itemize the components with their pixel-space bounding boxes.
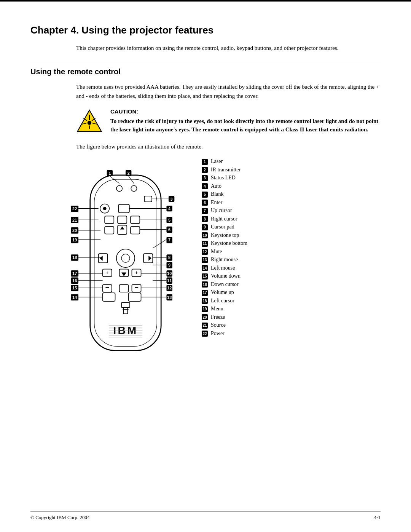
svg-text:3: 3 — [170, 197, 173, 201]
legend-item: 20Freeze — [202, 314, 381, 321]
section-body: The remote uses two provided AAA batteri… — [76, 82, 381, 101]
svg-text:1: 1 — [108, 171, 111, 176]
legend-item: 19Menu — [202, 306, 381, 312]
legend-item: 7Up cursor — [202, 208, 381, 214]
legend-item: 18Left cursor — [202, 298, 381, 304]
legend-label: Auto — [211, 183, 221, 189]
legend-num: 17 — [202, 290, 208, 296]
svg-text:18: 18 — [72, 255, 77, 260]
caution-label: CAUTION: — [110, 108, 381, 115]
legend-num: 11 — [202, 241, 208, 247]
legend-label: IR transmitter — [211, 167, 241, 173]
svg-text:7: 7 — [168, 238, 170, 242]
section-divider — [30, 62, 381, 62]
svg-text:+: + — [105, 269, 109, 276]
legend-item: 17Volume up — [202, 289, 381, 296]
svg-text:−: − — [105, 284, 109, 291]
legend-label: Status LED — [211, 175, 236, 181]
legend-label: Power — [211, 331, 225, 337]
legend-item: 6Enter — [202, 200, 381, 206]
legend-label: Enter — [211, 200, 222, 206]
legend-item: 11Keystone bottom — [202, 240, 381, 247]
svg-text:6: 6 — [168, 227, 170, 232]
svg-text:8: 8 — [168, 255, 170, 260]
legend-item: 10Keystone top — [202, 232, 381, 239]
legend-item: 2IR transmitter — [202, 167, 381, 173]
svg-text:9: 9 — [168, 263, 170, 267]
svg-text:20: 20 — [72, 228, 77, 233]
remote-diagram: 1 2 3 22 — [61, 158, 190, 377]
legend-label: Cursor pad — [211, 224, 234, 230]
svg-text:+: + — [135, 269, 138, 276]
legend-item: 1Laser — [202, 158, 381, 165]
legend-num: 1 — [202, 159, 208, 165]
legend-item: 4Auto — [202, 183, 381, 190]
legend-item: 8Right cursor — [202, 216, 381, 222]
legend-label: Mute — [211, 249, 222, 255]
legend-num: 21 — [202, 323, 208, 329]
legend-num: 15 — [202, 273, 208, 280]
legend-num: 2 — [202, 167, 208, 173]
legend-label: Left mouse — [211, 265, 235, 271]
svg-point-26 — [103, 207, 107, 210]
svg-text:22: 22 — [72, 206, 77, 211]
legend-num: 7 — [202, 208, 208, 214]
legend-item: 22Power — [202, 331, 381, 337]
legend-label: Volume down — [211, 273, 241, 279]
legend-num: 14 — [202, 265, 208, 271]
legend-item: 3Status LED — [202, 175, 381, 181]
figure-area: 1 2 3 22 — [61, 158, 381, 377]
caution-text-block: CAUTION: To reduce the risk of injury to… — [110, 108, 381, 134]
legend-label: Keystone bottom — [211, 240, 247, 246]
caution-block: CAUTION: To reduce the risk of injury to… — [76, 108, 381, 135]
legend-label: Blank — [211, 191, 223, 197]
caution-body: To reduce the risk of injury to the eyes… — [110, 117, 381, 134]
legend-num: 9 — [202, 224, 208, 230]
legend-num: 6 — [202, 200, 208, 206]
legend-label: Menu — [211, 306, 223, 312]
svg-text:12: 12 — [167, 286, 172, 290]
legend-label: Right mouse — [211, 257, 238, 263]
page-footer: © Copyright IBM Corp. 2004 4-1 — [30, 511, 381, 521]
svg-text:10: 10 — [167, 271, 172, 276]
svg-text:15: 15 — [72, 286, 77, 290]
remote-svg: 1 2 3 22 — [61, 158, 190, 375]
legend-num: 20 — [202, 314, 208, 320]
section-title: Using the remote control — [30, 67, 381, 76]
legend-item: 21Source — [202, 322, 381, 329]
legend-num: 4 — [202, 183, 208, 189]
legend-item: 9Cursor pad — [202, 224, 381, 230]
svg-text:17: 17 — [72, 271, 77, 276]
footer-page: 4-1 — [374, 514, 381, 521]
legend-num: 12 — [202, 249, 208, 255]
legend-num: 10 — [202, 232, 208, 238]
svg-text:14: 14 — [72, 295, 77, 300]
legend-label: Source — [211, 322, 226, 328]
legend-label: Keystone top — [211, 232, 239, 238]
legend-item: 15Volume down — [202, 273, 381, 280]
legend-label: Down cursor — [211, 281, 239, 288]
chapter-title: Chapter 4. Using the projector features — [30, 24, 381, 36]
legend-area: 1Laser2IR transmitter3Status LED4Auto5Bl… — [202, 158, 381, 339]
legend-label: Right cursor — [211, 216, 237, 222]
legend-num: 8 — [202, 216, 208, 222]
svg-text:13: 13 — [167, 295, 172, 300]
svg-text:−: − — [134, 284, 138, 291]
legend-num: 13 — [202, 257, 208, 263]
legend-label: Laser — [211, 158, 223, 165]
svg-text:2: 2 — [127, 171, 130, 176]
caution-icon — [76, 108, 103, 135]
legend-label: Freeze — [211, 314, 225, 320]
legend-num: 18 — [202, 298, 208, 304]
legend-num: 19 — [202, 306, 208, 312]
intro-text: This chapter provides information on usi… — [76, 44, 381, 53]
svg-text:21: 21 — [72, 218, 77, 222]
svg-text:IBM: IBM — [113, 324, 138, 336]
legend-num: 16 — [202, 281, 208, 288]
svg-point-1 — [88, 121, 92, 125]
legend-item: 13Right mouse — [202, 257, 381, 263]
footer-copyright: © Copyright IBM Corp. 2004 — [30, 514, 89, 521]
figure-caption: The figure below provides an illustratio… — [76, 142, 381, 151]
legend-label: Up cursor — [211, 208, 232, 214]
legend-item: 16Down cursor — [202, 281, 381, 288]
